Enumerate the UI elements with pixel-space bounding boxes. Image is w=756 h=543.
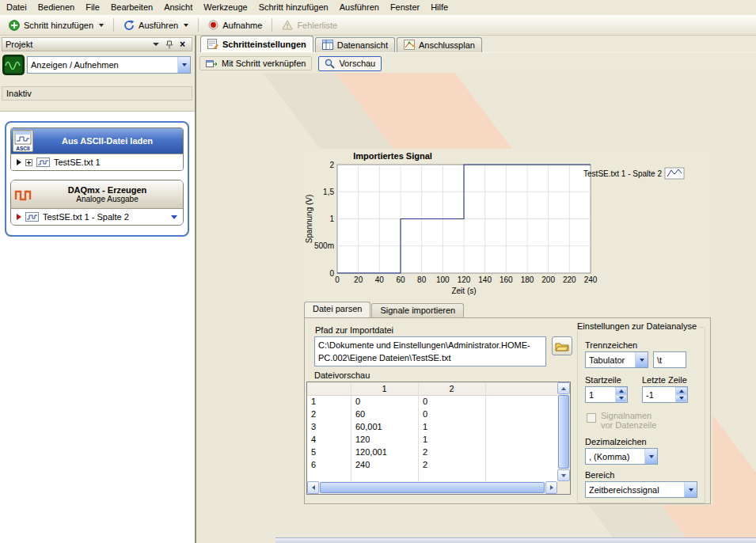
expand-icon[interactable] [25, 159, 32, 166]
status-text: Inaktiv [6, 89, 32, 98]
table-row[interactable]: 100 [307, 396, 557, 408]
spin-up-button[interactable] [675, 387, 687, 395]
table-cell: 240 [351, 459, 418, 472]
step-output-row[interactable]: TestSE.txt 1 [11, 154, 183, 170]
table-cell: 0 [418, 396, 485, 408]
output-signal-label: TestSE.txt 1 [54, 158, 101, 167]
combo-arrow-button[interactable] [177, 57, 190, 73]
delimiter-label: Trennzeichen [585, 340, 637, 350]
browse-button[interactable] [552, 336, 572, 355]
scroll-left-button[interactable] [307, 481, 319, 494]
play-icon-red[interactable] [17, 214, 21, 220]
bottom-scrollbar[interactable] [275, 537, 756, 543]
groupbox-title: Einstellungen zur Dateianalyse [577, 321, 699, 331]
step-title: DAQmx - Erzeugen [35, 185, 180, 195]
close-button[interactable]: × [177, 39, 188, 50]
menu-item-datei[interactable]: Datei [1, 1, 32, 14]
tab-label: Datei parsen [313, 304, 362, 313]
tab-label: Schritteinstellungen [222, 40, 306, 49]
step-daqmx-header[interactable]: DAQmx - Erzeugen Analoge Ausgabe [11, 180, 183, 208]
menu-item-ansicht[interactable]: Ansicht [158, 1, 198, 14]
menu-item-ausf-hren[interactable]: Ausführen [334, 1, 385, 14]
chevron-down-icon[interactable] [99, 24, 104, 27]
pin-button[interactable] [163, 39, 175, 50]
combo-arrow-button[interactable] [635, 352, 648, 367]
table-header-row: 1 2 [307, 382, 557, 396]
svg-text:60: 60 [396, 275, 405, 284]
menu-bar: DateiBedienenFileBearbeitenAnsichtWerkze… [0, 0, 756, 15]
decimal-sign-value: , (Komma) [586, 449, 644, 464]
step-input-row[interactable]: TestSE.txt 1 - Spalte 2 [11, 208, 183, 225]
scrollbar-thumb[interactable] [320, 482, 545, 493]
start-row-label: Startzeile [585, 375, 621, 385]
menu-item-werkzeuge[interactable]: Werkzeuge [198, 1, 253, 14]
column-header[interactable]: 1 [351, 382, 418, 395]
chevron-down-icon[interactable] [184, 24, 188, 27]
imported-signal-chart: 02040608010012014016018020022024021,5150… [304, 150, 700, 301]
menu-item-schritt-hinzuf-gen[interactable]: Schritt hinzufügen [253, 1, 334, 14]
menu-item-fenster[interactable]: Fenster [385, 1, 425, 14]
parser-tab-row: Datei parsen Signale importieren [304, 302, 465, 317]
signal-select-dropdown-icon[interactable] [171, 215, 177, 219]
table-cell: 2 [418, 446, 485, 459]
import-path-field[interactable]: C:\Dokumente und Einstellungen\Administr… [314, 336, 546, 366]
step-load-ascii-header[interactable]: ASCII Aus ASCII-Datei laden [11, 128, 183, 154]
table-row[interactable]: 2600 [307, 408, 557, 421]
table-row[interactable]: 360,0011 [307, 421, 557, 434]
svg-text:40: 40 [375, 275, 385, 284]
import-path-label: Pfad zur Importdatei [315, 325, 393, 335]
table-row[interactable]: 41201 [307, 434, 557, 446]
add-step-button[interactable]: Schritt hinzufügen [3, 17, 109, 34]
tab-parse-file[interactable]: Datei parsen [304, 302, 370, 317]
table-row[interactable]: 5120,0012 [307, 446, 557, 459]
combo-arrow-button[interactable] [684, 482, 697, 497]
delimiter-combo[interactable]: Tabulator [585, 351, 648, 368]
menu-item-file[interactable]: File [80, 1, 105, 14]
ascii-file-icon: ASCII [13, 130, 33, 152]
svg-text:0: 0 [329, 269, 334, 278]
panel-menu-button[interactable] [150, 39, 161, 50]
view-mode-combo[interactable]: Anzeigen / Aufnehmen [27, 56, 191, 74]
scroll-up-button[interactable] [557, 382, 570, 394]
row-number: 5 [307, 446, 351, 459]
start-row-spinner[interactable]: 1 [585, 386, 628, 403]
spin-down-button[interactable] [615, 395, 627, 403]
step-daqmx-generate[interactable]: DAQmx - Erzeugen Analoge Ausgabe TestSE.… [10, 180, 184, 226]
main-tab-row: Schritteinstellungen Datenansicht Anschl… [196, 36, 756, 53]
scrollbar-thumb[interactable] [558, 395, 569, 469]
preview-button[interactable]: Vorschau [318, 56, 382, 71]
menu-item-bedienen[interactable]: Bedienen [32, 1, 81, 14]
tab-label: Anschlussplan [419, 40, 475, 50]
decimal-sign-combo[interactable]: , (Komma) [585, 448, 658, 465]
spin-down-button[interactable] [675, 395, 687, 403]
tab-connection-diagram[interactable]: Anschlussplan [397, 37, 482, 52]
horizontal-scrollbar[interactable] [307, 481, 557, 494]
combo-arrow-button[interactable] [644, 449, 657, 464]
record-button[interactable]: Aufnahme [203, 17, 268, 34]
delimiter-value: Tabulator [586, 352, 635, 367]
spin-up-button[interactable] [615, 387, 627, 395]
menu-item-hilfe[interactable]: Hilfe [425, 1, 454, 14]
range-combo[interactable]: Zeitbereichssignal [585, 481, 697, 498]
step-load-ascii[interactable]: ASCII Aus ASCII-Datei laden Tes [10, 127, 184, 171]
column-header[interactable]: 2 [418, 382, 485, 395]
link-to-step-button[interactable]: Mit Schritt verknüpfen [199, 56, 312, 70]
run-button[interactable]: Ausführen [118, 17, 194, 34]
delimiter-char-field[interactable]: \t [653, 351, 686, 368]
status-bar: Inaktiv [2, 86, 192, 101]
tab-step-setup[interactable]: Schritteinstellungen [200, 36, 313, 52]
last-row-spinner[interactable]: -1 [642, 386, 688, 403]
svg-text:0: 0 [335, 275, 340, 284]
start-row-value: 1 [586, 387, 615, 402]
table-row[interactable]: 62402 [307, 459, 557, 472]
scroll-down-button[interactable] [557, 469, 570, 481]
svg-text:80: 80 [417, 275, 427, 284]
play-icon[interactable] [17, 159, 21, 165]
column-divider [418, 382, 419, 481]
tab-import-signals[interactable]: Signale importieren [371, 303, 464, 317]
delimiter-char-value: \t [657, 355, 662, 365]
vertical-scrollbar[interactable] [557, 382, 570, 481]
menu-item-bearbeiten[interactable]: Bearbeiten [105, 1, 158, 14]
scroll-right-button[interactable] [545, 481, 557, 494]
tab-data-view[interactable]: Datenansicht [315, 37, 395, 52]
